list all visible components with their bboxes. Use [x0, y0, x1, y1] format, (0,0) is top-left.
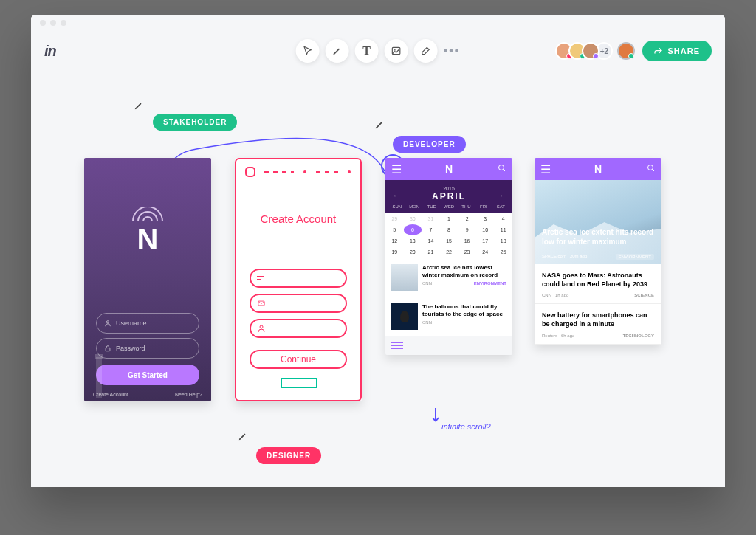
thumbnail: [391, 303, 418, 330]
app-logo[interactable]: in: [44, 43, 56, 60]
chevron-right-icon[interactable]: →: [497, 192, 505, 199]
sketch-field[interactable]: [250, 269, 347, 288]
window-dot: [50, 20, 56, 26]
calendar-day[interactable]: 30: [404, 213, 422, 224]
load-more-icon[interactable]: [385, 336, 512, 355]
avatar[interactable]: [582, 42, 599, 60]
calendar-day[interactable]: 24: [476, 246, 495, 258]
select-tool[interactable]: [296, 39, 320, 63]
lines-icon: [257, 275, 266, 281]
sketch-title: Create Account: [236, 213, 360, 225]
calendar-day[interactable]: 18: [494, 235, 512, 246]
feed-title: The balloons that could fly tourists to …: [422, 303, 506, 317]
sketch-continue-button[interactable]: Continue: [250, 350, 347, 369]
text-tool[interactable]: T: [355, 39, 379, 63]
help-link[interactable]: Need Help?: [175, 392, 202, 397]
calendar-day[interactable]: 5: [385, 224, 404, 235]
feed-item[interactable]: The balloons that could fly tourists to …: [385, 297, 512, 336]
calendar-day[interactable]: 15: [440, 235, 458, 246]
user-icon: [257, 324, 266, 333]
calendar-day[interactable]: 3: [476, 213, 495, 224]
svg-point-12: [260, 325, 263, 328]
menu-icon[interactable]: ☰: [540, 162, 551, 176]
calendar-day[interactable]: 31: [422, 213, 440, 224]
tool-group: T •••: [296, 39, 461, 63]
app-logo-n: N: [445, 163, 453, 175]
annotation-label: infinite scroll?: [441, 422, 491, 431]
annotation-box: [281, 378, 317, 388]
calendar-day[interactable]: 4: [494, 213, 512, 224]
hero-time: 20m ago: [570, 254, 587, 258]
calendar-day[interactable]: 20: [404, 246, 422, 258]
sketch-field[interactable]: [250, 294, 347, 313]
login-footer: Create Account Need Help?: [93, 392, 202, 397]
feed-item[interactable]: Arctic sea ice hits lowest winter maximu…: [385, 258, 512, 297]
share-button[interactable]: SHARE: [642, 41, 712, 61]
calendar-day[interactable]: 6: [404, 224, 422, 235]
calendar-day[interactable]: 23: [458, 246, 476, 258]
design-canvas[interactable]: STAKEHOLDER DEVELOPER DESIGNER app name?…: [31, 71, 725, 487]
item-title: NASA goes to Mars: Astronauts could land…: [542, 272, 654, 289]
calendar-day[interactable]: 11: [494, 224, 512, 235]
list-item[interactable]: NASA goes to Mars: Astronauts could land…: [535, 264, 662, 304]
annotation-down-arrow-icon: [431, 407, 440, 424]
calendar-day[interactable]: 13: [404, 235, 422, 246]
calendar-day[interactable]: 12: [385, 235, 404, 246]
calendar-day[interactable]: 21: [422, 246, 440, 258]
calendar-day[interactable]: 16: [458, 235, 476, 246]
sketch-dot-icon: [303, 170, 307, 174]
search-icon[interactable]: [647, 162, 656, 176]
more-tools[interactable]: •••: [444, 39, 461, 63]
thumbnail: [391, 264, 418, 291]
sketch-pager: [245, 167, 351, 177]
eraser-tool[interactable]: [414, 39, 438, 63]
article-list: NASA goes to Mars: Astronauts could land…: [535, 264, 662, 345]
calendar-day[interactable]: 29: [385, 213, 404, 224]
screen-header: ☰ N: [535, 158, 662, 180]
pencil-tool[interactable]: [326, 39, 349, 63]
calendar-grid[interactable]: 2930311234567891011121314151617181920212…: [385, 213, 512, 258]
username-input[interactable]: Username: [96, 313, 199, 334]
get-started-button[interactable]: Get Started: [96, 365, 199, 385]
artboard-create-account-sketch[interactable]: Create Account Continue: [235, 158, 362, 401]
menu-icon[interactable]: ☰: [391, 162, 402, 176]
developer-pill[interactable]: DEVELOPER: [393, 136, 466, 153]
calendar-day[interactable]: 1: [440, 213, 458, 224]
image-tool[interactable]: [385, 39, 408, 63]
calendar-day[interactable]: 9: [458, 224, 476, 235]
collaborator-avatars: +2: [560, 42, 635, 60]
svg-point-1: [394, 49, 396, 51]
artboard-login[interactable]: N Username Password Get Started Create A…: [84, 158, 211, 401]
search-icon[interactable]: [498, 162, 506, 176]
right-cluster: +2 SHARE: [560, 41, 712, 61]
feed-title: Arctic sea ice hits lowest winter maximu…: [422, 264, 506, 278]
sketch-field[interactable]: [250, 319, 347, 338]
image-icon: [391, 46, 402, 56]
artboard-calendar-feed[interactable]: ☰ N 2015 ← APRIL → SUNMONTUEWEDTHUFRISAT…: [385, 158, 512, 355]
list-item[interactable]: New battery for smartphones can be charg…: [535, 304, 662, 344]
password-input[interactable]: Password: [96, 338, 199, 359]
placeholder: Username: [116, 320, 147, 327]
artboard-news-list[interactable]: ☰ N Arctic sea ice extent hits record lo…: [535, 158, 662, 345]
calendar-day[interactable]: 19: [385, 246, 404, 258]
user-icon: [104, 320, 111, 327]
app-window: in T ••• +2: [31, 15, 725, 487]
chevron-left-icon[interactable]: ←: [393, 192, 401, 199]
calendar-day[interactable]: 17: [476, 235, 495, 246]
hero-article[interactable]: Arctic sea ice extent hits record low fo…: [535, 180, 662, 264]
calendar-day[interactable]: 2: [458, 213, 476, 224]
item-source: Reuters: [542, 334, 557, 338]
calendar-weekdays: SUNMONTUEWEDTHUFRISAT: [385, 201, 512, 210]
calendar-day[interactable]: 25: [494, 246, 512, 258]
calendar-day[interactable]: 8: [440, 224, 458, 235]
window-titlebar: [31, 15, 725, 31]
calendar-day[interactable]: 7: [422, 224, 440, 235]
current-user-avatar[interactable]: [617, 42, 635, 60]
calendar-day[interactable]: 10: [476, 224, 495, 235]
calendar-day[interactable]: 22: [440, 246, 458, 258]
stakeholder-pill[interactable]: STAKEHOLDER: [153, 114, 237, 131]
designer-pill[interactable]: DESIGNER: [256, 447, 321, 464]
calendar-day[interactable]: 14: [422, 235, 440, 246]
calendar-month: ← APRIL →: [385, 191, 512, 201]
item-source: CNN: [542, 293, 551, 297]
